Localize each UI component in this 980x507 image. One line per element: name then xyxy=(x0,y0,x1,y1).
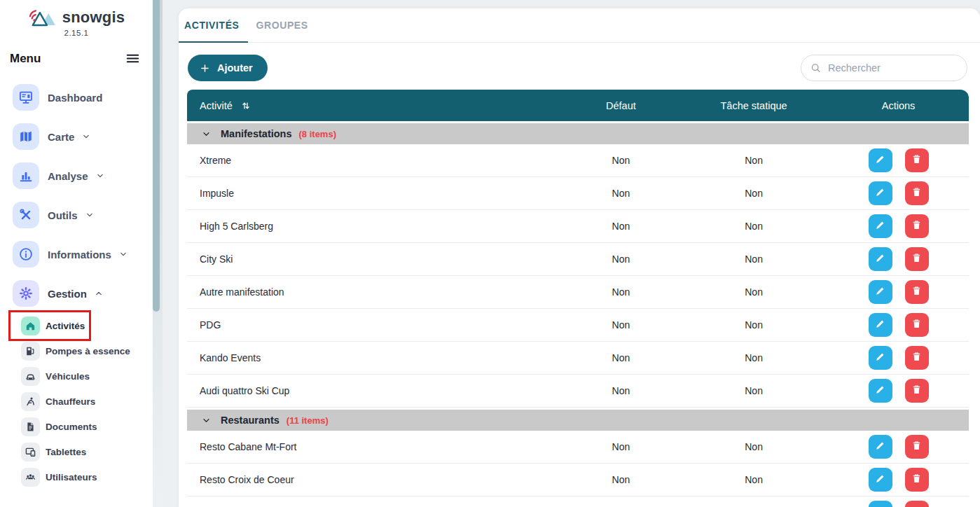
tache-statique-cell: Non xyxy=(679,286,828,298)
activity-name-cell: Impusle xyxy=(187,188,563,199)
delete-button[interactable] xyxy=(905,148,929,172)
sidebar-subitem-utilisateurs[interactable]: Utilisateurs xyxy=(0,464,153,489)
tools-icon xyxy=(13,202,39,228)
sort-icon[interactable] xyxy=(240,99,252,112)
delete-button[interactable] xyxy=(905,435,929,459)
defaut-cell: Non xyxy=(563,474,679,485)
delete-button[interactable] xyxy=(905,280,929,304)
trash-icon xyxy=(911,440,923,454)
edit-button[interactable] xyxy=(869,435,892,459)
sidebar-item-gestion[interactable]: Gestion xyxy=(0,274,153,313)
main-area: ACTIVITÉSGROUPES Ajouter Activité xyxy=(163,0,980,507)
add-button[interactable]: Ajouter xyxy=(188,55,268,81)
trash-icon xyxy=(911,252,923,266)
delete-button[interactable] xyxy=(905,468,929,492)
table-body: Manifestations(8 items)XtremeNonNonImpus… xyxy=(187,123,969,507)
trash-icon xyxy=(911,186,923,200)
sidebar-subitem-label: Chauffeurs xyxy=(46,396,95,407)
pencil-icon xyxy=(874,473,886,487)
toolbar: Ajouter xyxy=(188,55,967,81)
activities-table: Activité Défaut Tâche statique Actions M… xyxy=(187,90,969,507)
chevron-down-icon xyxy=(95,171,105,181)
sidebar-subitem-vehicules[interactable]: Véhicules xyxy=(0,363,153,389)
trash-icon xyxy=(911,219,923,233)
activity-name-cell: High 5 Carlsberg xyxy=(187,221,563,232)
tab-groupes[interactable]: GROUPES xyxy=(248,8,317,43)
group-row[interactable]: Manifestations(8 items) xyxy=(187,123,969,144)
sidebar-subitem-documents[interactable]: Documents xyxy=(0,414,153,439)
tache-statique-cell: Non xyxy=(679,254,828,265)
table-row: Autre manifestationNonNon xyxy=(187,276,969,309)
tache-statique-cell: Non xyxy=(679,441,828,452)
home-icon xyxy=(21,317,40,335)
actions-cell xyxy=(828,435,969,459)
edit-button[interactable] xyxy=(869,346,892,370)
sidebar-subitem-pompes[interactable]: Pompes à essence xyxy=(0,338,153,363)
sidebar-item-label: Dashboard xyxy=(48,92,102,104)
delete-button[interactable] xyxy=(905,181,929,205)
tab-activités[interactable]: ACTIVITÉS xyxy=(179,8,248,43)
delete-button[interactable] xyxy=(905,379,929,403)
sidebar-item-outils[interactable]: Outils xyxy=(0,195,153,235)
edit-button[interactable] xyxy=(869,148,892,172)
sidebar-item-informations[interactable]: Informations xyxy=(0,235,153,274)
tache-statique-cell: Non xyxy=(679,352,828,363)
driver-icon xyxy=(21,392,40,411)
sidebar-item-carte[interactable]: Carte xyxy=(0,117,153,156)
edit-button[interactable] xyxy=(869,379,892,403)
sidebar-scrollbar[interactable] xyxy=(153,0,163,507)
sidebar-subitem-tablettes[interactable]: Tablettes xyxy=(0,439,153,464)
chevron-down-icon[interactable] xyxy=(201,129,212,139)
tache-statique-cell: Non xyxy=(679,188,828,199)
plus-icon xyxy=(199,62,211,74)
sidebar-subitem-label: Tablettes xyxy=(46,447,86,457)
trash-icon xyxy=(911,318,923,332)
col-header-activite[interactable]: Activité xyxy=(187,99,563,112)
pencil-icon xyxy=(874,318,886,332)
sidebar-subitem-activites[interactable]: Activités xyxy=(0,313,153,338)
chart-icon xyxy=(13,162,39,189)
edit-button[interactable] xyxy=(869,247,892,271)
edit-button[interactable] xyxy=(869,468,892,492)
defaut-cell: Non xyxy=(563,221,679,232)
sidebar-item-label: Outils xyxy=(48,209,78,221)
content-card: ACTIVITÉSGROUPES Ajouter Activité xyxy=(179,8,980,507)
edit-button[interactable] xyxy=(869,280,892,304)
chevron-down-icon xyxy=(85,210,95,220)
chevron-down-icon[interactable] xyxy=(201,415,212,426)
delete-button[interactable] xyxy=(905,346,929,370)
sidebar-subitem-label: Pompes à essence xyxy=(46,346,130,356)
delete-button[interactable] xyxy=(905,247,929,271)
group-name: Manifestations xyxy=(221,128,292,139)
sidebar-subitem-label: Utilisateurs xyxy=(46,472,97,482)
sidebar-scrollbar-thumb[interactable] xyxy=(153,0,160,312)
group-count: (8 items) xyxy=(299,129,336,139)
actions-cell xyxy=(828,468,969,492)
defaut-cell: Non xyxy=(563,254,679,265)
app-layout: snowgis 2.15.1 Menu DashboardCarteAnalys… xyxy=(0,0,980,507)
app-version: 2.15.1 xyxy=(0,29,153,37)
sidebar-subitem-chauffeurs[interactable]: Chauffeurs xyxy=(0,389,153,414)
hamburger-icon[interactable] xyxy=(125,50,141,67)
sidebar-item-analyse[interactable]: Analyse xyxy=(0,156,153,195)
delete-button[interactable] xyxy=(905,214,929,238)
tab-bar: ACTIVITÉSGROUPES xyxy=(179,8,980,43)
table-row: City SkiNonNon xyxy=(187,243,969,276)
defaut-cell: Non xyxy=(563,188,679,199)
search-input[interactable] xyxy=(801,55,967,81)
menu-header: Menu xyxy=(10,50,141,67)
edit-button[interactable] xyxy=(869,501,892,507)
edit-button[interactable] xyxy=(869,313,892,337)
table-row: High 5 CarlsbergNonNon xyxy=(187,210,969,243)
defaut-cell: Non xyxy=(563,385,679,396)
table-header: Activité Défaut Tâche statique Actions xyxy=(187,90,969,121)
delete-button[interactable] xyxy=(905,313,929,337)
pencil-icon xyxy=(874,252,886,266)
edit-button[interactable] xyxy=(869,181,892,205)
edit-button[interactable] xyxy=(869,214,892,238)
sidebar-item-label: Analyse xyxy=(48,170,88,182)
group-row[interactable]: Restaurants(11 items) xyxy=(187,410,969,431)
activity-name-cell: Kando Events xyxy=(187,352,563,363)
sidebar-item-dashboard[interactable]: Dashboard xyxy=(0,78,153,117)
delete-button[interactable] xyxy=(905,501,929,507)
